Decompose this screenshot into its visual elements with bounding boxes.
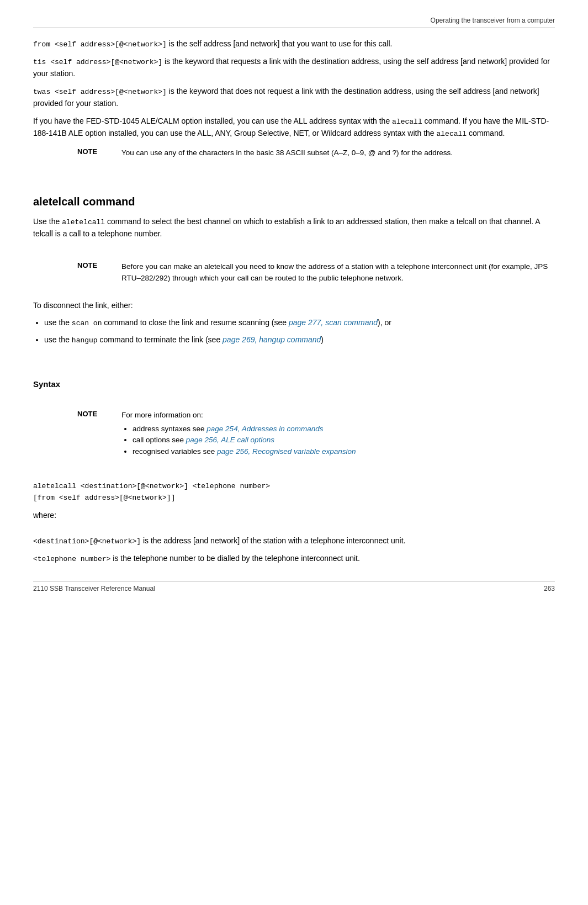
link-scan-command[interactable]: page 277, scan command xyxy=(289,318,378,327)
code-scan-on: scan on xyxy=(72,319,102,327)
disconnect-list: use the scan on command to close the lin… xyxy=(44,317,555,346)
syntax-code-block: aletelcall <destination>[@<network>] <te… xyxy=(33,481,555,504)
code-aletelcall-intro: aletelcall xyxy=(62,218,105,226)
bullet1-end: ), or xyxy=(378,318,391,327)
page-footer: 2110 SSB Transceiver Reference Manual 26… xyxy=(33,581,555,592)
dest-text: is the address [and network] of the stat… xyxy=(141,536,405,545)
code-telephone: <telephone number> xyxy=(33,555,110,563)
code-aletelcall-syntax: aletelcall <destination>[@<network>] <te… xyxy=(33,482,270,502)
bullet-hangup: use the hangup command to terminate the … xyxy=(44,334,555,346)
para-from: from <self address>[@<network>] is the s… xyxy=(33,38,555,50)
para-tis: tis <self address>[@<network>] is the ke… xyxy=(33,56,555,80)
section-intro-text1: Use the xyxy=(33,217,62,226)
section-intro-text2: command to select the best channel on wh… xyxy=(33,217,540,238)
note3-item3-pre: recognised variables see xyxy=(133,447,217,456)
section-heading-aletelcall: aletelcall command xyxy=(33,195,555,208)
page: Operating the transceiver from a compute… xyxy=(0,0,588,604)
link-hangup-command[interactable]: page 269, hangup command xyxy=(223,335,321,344)
code-hangup: hangup xyxy=(72,336,98,345)
code-tis: tis <self address>[@<network>] xyxy=(33,58,162,66)
para-telephone: <telephone number> is the telephone numb… xyxy=(33,553,555,565)
note3-item-call: call options see page 256, ALE call opti… xyxy=(133,435,555,446)
tel-text: is the telephone number to be dialled by… xyxy=(110,554,359,563)
code-from: from <self address>[@<network>] xyxy=(33,40,167,49)
para-fed-text1: If you have the FED-STD-1045 ALE/CALM op… xyxy=(33,117,392,125)
note3-item2-pre: call options see xyxy=(133,436,186,444)
note-more-info: NOTE For more information on: address sy… xyxy=(77,410,555,458)
link-addresses-in-commands[interactable]: page 254, Addresses in commands xyxy=(206,425,323,433)
code-twas: twas <self address>[@<network>] xyxy=(33,88,167,96)
para-fed: If you have the FED-STD-1045 ALE/CALM op… xyxy=(33,115,555,140)
note1-text: You can use any of the characters in the… xyxy=(121,147,555,159)
bullet2-pre: use the xyxy=(44,335,72,344)
note2-label: NOTE xyxy=(77,261,121,284)
footer-left: 2110 SSB Transceiver Reference Manual xyxy=(33,585,155,592)
link-ale-call-options[interactable]: page 256, ALE call options xyxy=(186,436,274,444)
note-before-aletelcall: NOTE Before you can make an aletelcall y… xyxy=(77,261,555,284)
page-header: Operating the transceiver from a compute… xyxy=(33,17,555,28)
sub-heading-syntax: Syntax xyxy=(33,379,555,389)
main-content: from <self address>[@<network>] is the s… xyxy=(33,38,555,565)
bullet-scan: use the scan on command to close the lin… xyxy=(44,317,555,329)
note3-item1-pre: address syntaxes see xyxy=(133,425,206,433)
para-twas: twas <self address>[@<network>] is the k… xyxy=(33,86,555,110)
code-alecall2: alecall xyxy=(437,130,467,138)
section-intro-para: Use the aletelcall command to select the… xyxy=(33,216,555,240)
code-destination: <destination>[@<network>] xyxy=(33,537,141,546)
bullet2-end: ) xyxy=(321,335,324,344)
para-destination: <destination>[@<network>] is the address… xyxy=(33,535,555,547)
note1-label: NOTE xyxy=(77,147,121,159)
note-ascii: NOTE You can use any of the characters i… xyxy=(77,147,555,159)
where-label: where: xyxy=(33,510,555,522)
bullet1-mid: command to close the link and resume sca… xyxy=(102,318,289,327)
bullet1-pre: use the xyxy=(44,318,72,327)
note3-intro: For more information on: xyxy=(121,410,555,421)
note3-content: For more information on: address syntaxe… xyxy=(121,410,555,458)
para-fed-text3: command. xyxy=(467,129,505,137)
code-alecall1: alecall xyxy=(392,118,422,126)
header-text: Operating the transceiver from a compute… xyxy=(431,17,555,24)
note3-item-address: address syntaxes see page 254, Addresses… xyxy=(133,424,555,435)
link-recognised-variable-expansion[interactable]: page 256, Recognised variable expansion xyxy=(217,447,356,456)
bullet2-mid: command to terminate the link (see xyxy=(98,335,223,344)
para-from-text: is the self address [and network] that y… xyxy=(167,39,393,48)
note3-item-variables: recognised variables see page 256, Recog… xyxy=(133,446,555,458)
disconnect-intro: To disconnect the link, either: xyxy=(33,300,555,312)
footer-right: 263 xyxy=(544,585,555,592)
note3-label: NOTE xyxy=(77,410,121,458)
note2-text: Before you can make an aletelcall you ne… xyxy=(121,261,555,284)
